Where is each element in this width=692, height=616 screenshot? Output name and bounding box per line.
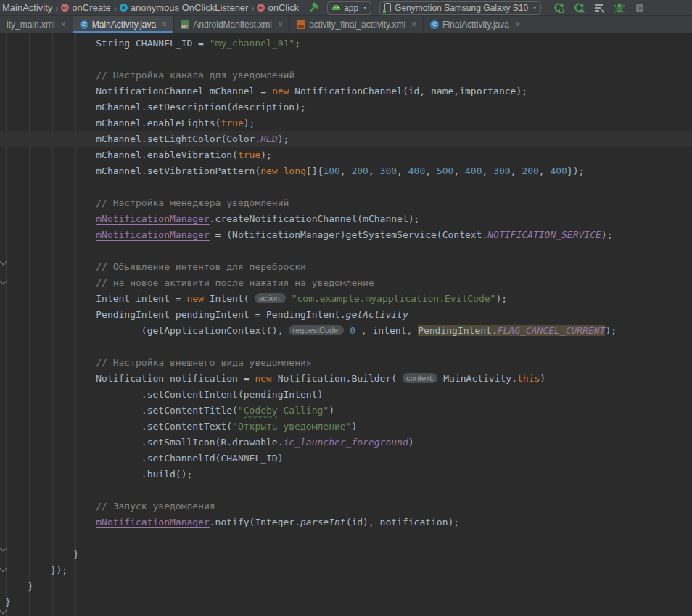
code-line[interactable]: // Запуск уведомления <box>0 498 692 514</box>
code-token: .setContentIntent(pendingIntent) <box>141 389 323 400</box>
code-line[interactable] <box>0 179 692 195</box>
tab-activity-main-xml[interactable]: ity_main.xml <box>0 16 73 33</box>
code-token: mChannel.setVibrationPattern( <box>96 165 260 176</box>
code-line[interactable]: mChannel.setDescription(description); <box>0 99 692 115</box>
code-token: ); <box>244 118 255 128</box>
code-line[interactable]: // Обьявление интентов для переброски <box>0 259 692 275</box>
code-line[interactable]: PendingIntent pendingIntent = PendingInt… <box>0 307 692 323</box>
code-token: .notify(Integer. <box>210 517 300 527</box>
breadcrumb-label: MainActivity <box>2 2 52 13</box>
code-token: , <box>368 165 380 176</box>
code-token: PendingIntent. <box>418 325 498 336</box>
tab-androidmanifest-xml[interactable]: AndroidManifest.xml <box>174 16 290 33</box>
code-token: "com.example.myapplication.EvilCode" <box>292 293 496 304</box>
code-token: ); <box>601 229 613 240</box>
close-icon[interactable] <box>411 20 416 30</box>
attach-debugger-icon[interactable] <box>634 2 646 14</box>
code-line[interactable]: NotificationChannel mChannel = new Notif… <box>0 83 692 99</box>
code-line[interactable]: }); <box>0 562 692 578</box>
breadcrumb-item-onclick[interactable]: m onClick <box>257 2 299 13</box>
code-line[interactable]: .setChannelId(CHANNEL_ID) <box>0 451 692 467</box>
debug-icon[interactable] <box>614 2 625 14</box>
code-line[interactable]: mNotificationManager.notify(Integer.pars… <box>0 514 692 530</box>
close-icon[interactable] <box>162 20 167 30</box>
code-token: NotificationChannel(id, name,importance)… <box>289 86 527 96</box>
code-token <box>278 165 284 176</box>
code-token: } <box>28 580 33 591</box>
code-line[interactable]: mChannel.setLightColor(Color.RED); <box>0 131 692 147</box>
code-token: new <box>272 86 289 96</box>
code-area[interactable]: String CHANNEL_ID = "my_channel_01"; // … <box>0 36 692 610</box>
code-token: }); <box>567 165 584 176</box>
code-line[interactable]: // Настройка внешнего вида уведомления <box>0 355 692 371</box>
code-line[interactable] <box>0 243 692 259</box>
tab-mainactivity-java[interactable]: MainActivity.java <box>73 16 175 33</box>
run-configuration-dropdown[interactable]: app <box>327 1 371 15</box>
code-line[interactable]: .setContentTitle("Codeby Calling") <box>0 403 692 419</box>
code-line[interactable]: mNotificationManager = (NotificationMana… <box>0 227 692 243</box>
tab-label: MainActivity.java <box>92 20 156 30</box>
code-line[interactable]: // Настройка канала для уведомлений <box>0 67 692 83</box>
profiler-icon[interactable] <box>593 2 605 14</box>
code-line[interactable]: (getApplicationContext(), requestCode: 0… <box>0 323 692 339</box>
run-configuration-label: app <box>344 3 358 13</box>
code-line[interactable]: // на новое активити после нажатия на ув… <box>0 275 692 291</box>
code-token: 500 <box>437 165 453 176</box>
close-icon[interactable] <box>61 20 66 30</box>
close-icon[interactable] <box>515 20 520 30</box>
code-token: ; <box>294 38 300 49</box>
code-line[interactable]: .setSmallIcon(R.drawable.ic_launcher_for… <box>0 435 692 451</box>
code-token: Intent( <box>204 293 255 304</box>
code-token: getActivity <box>346 309 408 320</box>
code-token: , <box>425 165 437 176</box>
code-token: } <box>73 549 79 559</box>
code-line[interactable]: } <box>0 578 692 594</box>
code-line[interactable] <box>0 52 692 67</box>
code-line[interactable] <box>0 339 692 355</box>
code-token: (getApplicationContext(), <box>141 325 289 336</box>
breadcrumb-item-oncreate[interactable]: m onCreate <box>61 2 110 13</box>
code-line[interactable] <box>0 482 692 498</box>
code-line[interactable]: .setContentText("Открыть уведомление") <box>0 419 692 435</box>
code-line[interactable]: mChannel.enableLights(true); <box>0 115 692 131</box>
code-line[interactable]: } <box>0 546 692 562</box>
code-token: 300 <box>380 165 397 176</box>
code-token: , <box>453 165 465 176</box>
code-token: mChannel.enableLights( <box>96 118 221 128</box>
code-token: .build(); <box>141 469 192 480</box>
tab-finalacttivity-java[interactable]: FinalActtivity.java <box>424 16 527 33</box>
apply-changes-icon[interactable] <box>553 2 564 14</box>
device-dropdown[interactable]: Genymotion Samsung Galaxy S10 <box>379 1 541 15</box>
code-token: , <box>397 165 408 176</box>
code-token: , <box>340 165 352 176</box>
build-hammer-icon[interactable] <box>308 2 319 14</box>
code-line[interactable]: // Настройка менеджера уведомлений <box>0 195 692 211</box>
code-token: new <box>186 293 203 304</box>
java-class-icon <box>430 20 439 29</box>
close-icon[interactable] <box>278 20 283 30</box>
code-line[interactable]: String CHANNEL_ID = "my_channel_01"; <box>0 36 692 52</box>
code-line[interactable]: .setContentIntent(pendingIntent) <box>0 387 692 403</box>
tab-label: ity_main.xml <box>7 20 55 30</box>
code-token: parseInt <box>300 517 346 527</box>
code-line[interactable]: mChannel.enableVibration(true); <box>0 147 692 163</box>
tab-activity-final-acttivity-xml[interactable]: activity_final_acttivity.xml <box>290 16 424 33</box>
code-token: mNotificationManager <box>96 213 210 224</box>
code-token: new <box>260 165 277 176</box>
code-line[interactable]: mChannel.setVibrationPattern(new long[]{… <box>0 163 692 179</box>
code-token: ) <box>408 437 414 448</box>
code-line[interactable]: mNotificationManager.createNotificationC… <box>0 211 692 227</box>
code-line[interactable]: Intent intent = new Intent( action: "com… <box>0 291 692 307</box>
code-token: long <box>284 165 306 176</box>
apply-code-changes-icon[interactable]: A <box>573 2 585 14</box>
code-token: mChannel.setLightColor(Color. <box>96 134 260 144</box>
code-token: ); <box>495 293 507 304</box>
code-line[interactable]: } <box>0 594 692 610</box>
code-line[interactable] <box>0 530 692 546</box>
code-editor[interactable]: String CHANNEL_ID = "my_channel_01"; // … <box>0 33 692 616</box>
breadcrumb-item-anonymous-class[interactable]: anonymous OnClickListener <box>120 2 249 13</box>
code-line[interactable]: Notification notification = new Notifica… <box>0 371 692 387</box>
code-line[interactable]: .build(); <box>0 467 692 482</box>
breadcrumb-item-class[interactable]: MainActivity <box>2 2 52 13</box>
svg-text:A: A <box>580 7 585 14</box>
